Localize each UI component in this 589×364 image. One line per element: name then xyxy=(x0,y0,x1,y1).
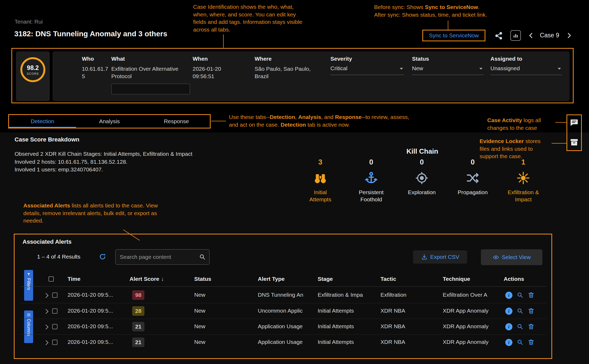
row-checkbox[interactable] xyxy=(52,340,57,345)
tab-response[interactable]: Response xyxy=(143,115,210,128)
search-input[interactable] xyxy=(115,249,210,265)
what-tag-input[interactable] xyxy=(111,84,190,94)
annotation-case-activity: Case Activity logs all changes to the ca… xyxy=(487,117,554,132)
row-checkbox[interactable] xyxy=(52,308,57,314)
evidence-locker-archive-icon[interactable] xyxy=(569,137,579,147)
target-compass-icon xyxy=(399,167,444,189)
expand-chevron-icon[interactable] xyxy=(43,325,48,329)
annotation-text: , xyxy=(295,114,298,120)
case-identification-panel: 98.2 SCORE Who 10.61.61.75 What Exfiltra… xyxy=(11,48,574,103)
expand-chevron-icon[interactable] xyxy=(43,340,48,345)
table-row[interactable]: 2026-01-20 09:5... 98 New DNS Tunneling … xyxy=(20,287,546,303)
annotation-bold-text: Analysis xyxy=(298,114,321,120)
row-checkbox[interactable] xyxy=(52,292,57,298)
bar-chart-icon[interactable] xyxy=(510,30,521,41)
annotation-text: Before sync: Shows xyxy=(374,4,425,10)
table-row[interactable]: 2026-01-20 09:5... 28 New Uncommon Appli… xyxy=(20,303,546,319)
column-header-time[interactable]: Time xyxy=(68,274,81,284)
column-header-technique[interactable]: Technique xyxy=(443,274,470,284)
kill-chain-title: Kill Chain xyxy=(396,147,449,156)
column-header-status[interactable]: Status xyxy=(194,274,211,284)
status-label: Status xyxy=(412,56,429,62)
kill-chain-stage-initial-attempts: 3 Initial Attempts xyxy=(298,157,343,203)
export-csv-button[interactable]: Export CSV xyxy=(413,250,467,264)
what-value: Exfiltration Over Alternative Protocol xyxy=(111,65,191,80)
cell-status: New xyxy=(194,308,205,314)
select-view-label: Select View xyxy=(502,254,531,260)
case-score-breakdown-title: Case Score Breakdown xyxy=(15,136,79,143)
cell-alert-type: Uncommon Applic xyxy=(258,308,303,314)
column-header-alert-score[interactable]: Alert Score↓ xyxy=(130,274,164,284)
expand-chevron-icon[interactable] xyxy=(43,309,48,314)
cell-time: 2026-01-20 09:5... xyxy=(68,292,113,298)
trash-icon[interactable] xyxy=(528,323,535,330)
cell-technique: XDR App Anomaly xyxy=(443,339,489,345)
cell-stage: Initial Attempts xyxy=(318,339,354,345)
annotation-bold-text: Detection xyxy=(281,122,306,128)
info-icon[interactable]: i xyxy=(505,292,512,299)
stage-label: Exploration xyxy=(405,189,439,196)
cell-stage: Initial Attempts xyxy=(318,323,354,330)
magnifier-icon[interactable] xyxy=(516,323,524,330)
share-icon[interactable] xyxy=(494,31,503,40)
when-value: 2026-01-20 09:56:51 xyxy=(193,65,232,80)
breakdown-line-stages: Observed 2 XDR Kill Chain Stages: Initia… xyxy=(15,151,192,157)
assigned-to-dropdown[interactable]: Unassigned xyxy=(490,65,562,75)
magnifier-icon[interactable] xyxy=(516,339,524,346)
kill-chain-stage-exploration: 0 Exploration xyxy=(399,157,444,196)
magnifier-icon[interactable] xyxy=(516,307,524,314)
table-row[interactable]: 2026-01-20 09:5... 21 New Application Us… xyxy=(20,334,546,350)
severity-value: Critical xyxy=(330,65,347,71)
tab-detection[interactable]: Detection xyxy=(9,115,76,128)
eye-icon xyxy=(493,254,499,261)
magnifier-icon[interactable] xyxy=(516,291,524,299)
trash-icon[interactable] xyxy=(528,291,535,299)
sort-desc-icon: ↓ xyxy=(161,276,164,282)
assigned-to-value: Unassigned xyxy=(490,65,520,71)
annotation-associated-alerts: Associated Alerts lists all alerts tied … xyxy=(23,202,164,225)
what-label: What xyxy=(111,56,125,62)
trash-icon[interactable] xyxy=(528,307,535,314)
info-icon[interactable]: i xyxy=(505,339,512,346)
search-icon[interactable] xyxy=(199,253,206,260)
table-header-divider xyxy=(20,286,546,287)
select-all-checkbox[interactable] xyxy=(48,276,54,282)
cell-tactic: XDR NBA xyxy=(380,339,405,345)
table-row[interactable]: 2026-01-20 09:5... 21 New Application Us… xyxy=(20,319,546,335)
annotation-connector-line xyxy=(448,21,448,30)
page-title: 3182: DNS Tunneling Anomaly and 3 others xyxy=(14,30,167,38)
chevron-down-icon xyxy=(400,68,403,70)
stage-label: Exfiltration & Impact xyxy=(506,189,541,203)
column-header-tactic[interactable]: Tactic xyxy=(380,274,396,284)
binoculars-icon xyxy=(298,167,343,189)
select-view-button[interactable]: Select View xyxy=(481,249,542,265)
case-activity-comment-icon[interactable] xyxy=(569,118,579,127)
sync-to-servicenow-button[interactable]: Sync to ServiceNow xyxy=(422,30,485,41)
case-score-card: 98.2 SCORE xyxy=(16,51,50,101)
row-checkbox[interactable] xyxy=(52,324,57,329)
chevron-down-icon xyxy=(558,68,561,70)
annotation-text: , and xyxy=(321,114,335,120)
info-icon[interactable]: i xyxy=(505,323,512,330)
who-label: Who xyxy=(82,56,94,62)
stage-count: 3 xyxy=(298,157,343,167)
severity-dropdown[interactable]: Critical xyxy=(330,65,404,75)
info-icon[interactable]: i xyxy=(505,308,512,315)
side-tools-panel xyxy=(566,114,582,151)
cell-status: New xyxy=(194,339,205,345)
cell-status: New xyxy=(194,292,205,298)
expand-chevron-icon[interactable] xyxy=(43,293,48,298)
tab-analysis[interactable]: Analysis xyxy=(76,115,143,128)
refresh-icon[interactable] xyxy=(99,253,106,260)
annotation-servicenow-sync: Before sync: Shows Sync to ServiceNow. A… xyxy=(374,3,487,19)
column-header-alert-type[interactable]: Alert Type xyxy=(258,274,285,284)
tenant-label: Tenant: Rui xyxy=(15,19,43,25)
cell-tactic: XDR NBA xyxy=(380,323,405,330)
severity-label: Severity xyxy=(330,56,352,62)
column-header-stage[interactable]: Stage xyxy=(318,274,333,284)
trash-icon[interactable] xyxy=(528,339,535,346)
chevron-right-icon[interactable] xyxy=(565,32,573,39)
chevron-left-icon[interactable] xyxy=(527,32,535,39)
status-dropdown[interactable]: New xyxy=(412,65,484,75)
annotation-connector-line xyxy=(555,122,566,123)
